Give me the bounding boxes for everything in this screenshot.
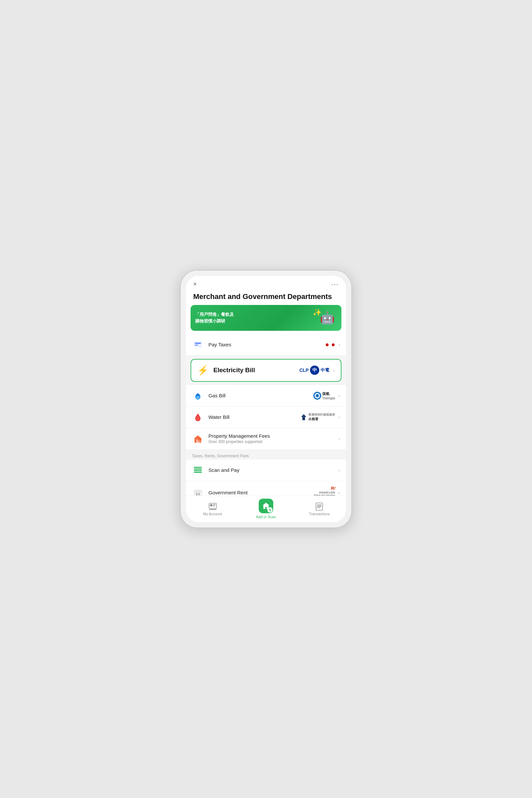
- transactions-label: Transactions: [309, 512, 330, 516]
- property-chevron: ›: [339, 436, 340, 441]
- scan-pay-label: Scan and Pay: [208, 467, 239, 473]
- water-icon: [192, 411, 204, 423]
- svg-rect-22: [209, 509, 216, 510]
- svg-rect-24: [317, 505, 322, 505]
- clp-circle: 中: [310, 366, 319, 375]
- svg-rect-17: [198, 493, 200, 495]
- svg-rect-14: [194, 472, 202, 473]
- taxes-section: Scan and Pay ›: [186, 459, 346, 496]
- electricity-chevron: ›: [333, 367, 335, 373]
- gas-chevron: ›: [339, 393, 340, 398]
- my-account-label: My Account: [203, 512, 222, 516]
- water-bill-row[interactable]: Water Bill 香港特別行政區政府 水務署: [186, 406, 346, 428]
- svg-rect-19: [210, 504, 212, 506]
- property-label: Property Management Fees: [208, 433, 270, 439]
- electricity-label: Electricity Bill: [213, 366, 255, 374]
- pay-taxes-label: Pay Taxes: [208, 342, 231, 347]
- svg-rect-1: [195, 343, 201, 344]
- property-icon: 人: [192, 433, 204, 445]
- scroll-area: Pay Taxes ● ● › ⚡ Electricity Bill CLP: [186, 334, 346, 496]
- bottom-nav: My Account $ Add or Scan: [186, 496, 346, 522]
- gas-bill-row[interactable]: Gas Bill 煤氣 Town: [186, 385, 346, 406]
- chevron-icon: ›: [339, 342, 340, 347]
- gas-bill-section: Gas Bill 煤氣 Town: [186, 385, 346, 450]
- nav-transactions[interactable]: Transactions: [304, 502, 334, 516]
- property-mgmt-row[interactable]: 人 Property Management Fees Over 300 prop…: [186, 428, 346, 450]
- govt-rent-icon: [192, 487, 204, 496]
- scan-pay-row[interactable]: Scan and Pay ›: [186, 459, 346, 481]
- svg-rect-26: [317, 507, 320, 508]
- govt-rent-row[interactable]: Government Rent R/ 差餉物業估價署Rating and Val…: [186, 481, 346, 496]
- svg-rect-11: [194, 467, 202, 468]
- phone-screen: × ··· Merchant and Government Department…: [186, 276, 346, 522]
- phone-frame: × ··· Merchant and Government Department…: [180, 270, 352, 528]
- water-chevron: ›: [339, 414, 340, 420]
- svg-point-5: [196, 396, 199, 399]
- svg-rect-25: [317, 506, 322, 507]
- page-title: Merchant and Government Departments: [186, 291, 346, 305]
- nav-my-account[interactable]: My Account: [198, 502, 228, 516]
- water-label: Water Bill: [208, 414, 230, 420]
- towngas-circle: [313, 392, 321, 400]
- towngas-logo: 煤氣 Towngas: [313, 392, 335, 400]
- govt-rent-chevron: ›: [339, 490, 340, 495]
- svg-rect-21: [213, 506, 215, 506]
- my-account-icon: [208, 502, 217, 511]
- add-scan-icon-wrap: $: [259, 499, 273, 513]
- svg-text:人: 人: [198, 439, 202, 442]
- close-icon[interactable]: ×: [193, 281, 197, 288]
- bolt-icon: ⚡: [197, 365, 209, 376]
- svg-rect-12: [194, 469, 202, 470]
- svg-rect-0: [194, 341, 202, 347]
- top-bar: × ···: [186, 276, 346, 291]
- banner: 「用戶問卷」餐飲及 購物習慣小調研 ✨ 🤖: [191, 305, 341, 331]
- gas-icon: [192, 390, 204, 402]
- pay-taxes-icon: [192, 339, 204, 351]
- property-sublabel: Over 300 properties supported: [208, 439, 270, 444]
- svg-rect-16: [196, 493, 197, 495]
- more-icon[interactable]: ···: [331, 280, 339, 288]
- section-header: Taxes, Rents, Government Fees: [186, 450, 346, 459]
- scan-pay-icon: [192, 464, 204, 476]
- svg-rect-2: [195, 345, 198, 345]
- banner-deco-robot: 🤖: [320, 311, 335, 325]
- electricity-bill-row[interactable]: ⚡ Electricity Bill CLP 中 中電 ›: [191, 359, 341, 382]
- banner-text: 「用戶問卷」餐飲及 購物習慣小調研: [195, 311, 234, 324]
- add-or-scan-label: Add or Scan: [256, 515, 276, 519]
- nav-add-or-scan[interactable]: $ Add or Scan: [251, 499, 281, 519]
- clp-logo: CLP 中 中電: [299, 366, 329, 375]
- svg-rect-20: [213, 504, 215, 505]
- transactions-icon: [315, 502, 324, 511]
- svg-point-7: [316, 394, 319, 397]
- dollar-badge: $: [267, 507, 273, 512]
- svg-rect-13: [194, 470, 202, 471]
- pay-taxes-row[interactable]: Pay Taxes ● ● ›: [186, 334, 346, 356]
- govt-rent-label: Government Rent: [208, 490, 247, 495]
- gas-label: Gas Bill: [208, 393, 226, 398]
- scan-pay-chevron: ›: [339, 467, 340, 473]
- clp-text-cn: 中電: [321, 367, 329, 373]
